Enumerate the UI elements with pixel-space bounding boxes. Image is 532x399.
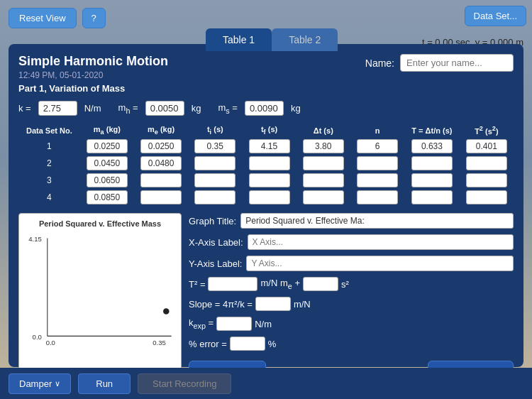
- cell-input-1-T[interactable]: [411, 156, 453, 170]
- cell-input-3-tf[interactable]: [249, 190, 290, 204]
- table-row-3-col-T2: [460, 189, 514, 206]
- cell-input-2-dt[interactable]: [303, 173, 344, 187]
- name-label: Name:: [365, 58, 394, 69]
- table-row-1-col-me: [134, 155, 188, 172]
- cell-input-0-me[interactable]: [140, 139, 182, 153]
- t2-label: T² =: [189, 279, 205, 290]
- slope-row: Slope = 4π²/k = m/N: [189, 297, 514, 311]
- bottom-section: Period Squared v. Effective Mass 4.15 0.…: [18, 213, 514, 385]
- cell-input-2-tf[interactable]: [249, 173, 290, 187]
- slope-input[interactable]: [255, 297, 291, 311]
- cell-input-0-ma[interactable]: [87, 139, 128, 153]
- cell-input-0-T[interactable]: [411, 139, 453, 153]
- col-header-me: me (kg): [134, 123, 188, 138]
- tab-table2[interactable]: Table 2: [272, 28, 338, 51]
- error-unit: %: [268, 339, 277, 349]
- svg-text:0.0: 0.0: [46, 339, 55, 346]
- cell-input-2-T[interactable]: [411, 173, 453, 187]
- cell-input-1-dt[interactable]: [303, 156, 344, 170]
- k-input[interactable]: [38, 101, 77, 116]
- y-axis-input[interactable]: [246, 256, 514, 271]
- error-row: % error = %: [189, 337, 514, 351]
- table-row-3-col-set: 4: [18, 189, 80, 206]
- cell-input-1-n[interactable]: [357, 156, 398, 170]
- cell-input-3-ma[interactable]: [87, 190, 128, 204]
- cell-input-1-ma[interactable]: [87, 156, 128, 170]
- ms-input[interactable]: [245, 101, 284, 116]
- cell-input-0-dt[interactable]: [303, 139, 344, 153]
- k-label: k =: [18, 103, 31, 114]
- cell-input-2-ma[interactable]: [87, 173, 128, 187]
- dataset-button[interactable]: Data Set...: [465, 6, 526, 26]
- name-row: Name:: [365, 54, 514, 72]
- kexp-label: kexp =: [189, 317, 214, 330]
- svg-text:0.0: 0.0: [33, 333, 42, 341]
- t2-coeff-input[interactable]: [208, 277, 257, 291]
- cell-input-3-me[interactable]: [140, 190, 182, 204]
- slope-label: Slope = 4π²/k =: [189, 299, 253, 310]
- error-input[interactable]: [230, 337, 265, 351]
- t2-unit2: s²: [341, 279, 349, 290]
- damper-button[interactable]: Damper ∨: [9, 373, 71, 394]
- kexp-unit: N/m: [255, 319, 272, 329]
- table-row-1-col-dt: [297, 155, 350, 172]
- t2-const-input[interactable]: [303, 277, 338, 291]
- cell-input-3-T2[interactable]: [466, 190, 507, 204]
- main-panel: Name: Simple Harmonic Motion 12:49 PM, 0…: [9, 44, 523, 367]
- graph-title-input[interactable]: [240, 213, 514, 229]
- table-row-0-col-dt: [297, 138, 350, 155]
- table-row-0-col-set: 1: [18, 138, 80, 155]
- table-row-1-col-ti: [188, 155, 242, 172]
- k-unit: N/m: [84, 103, 101, 114]
- reset-view-button[interactable]: Reset View: [9, 8, 77, 28]
- table-row-1-col-n: [350, 155, 404, 172]
- cell-input-0-n[interactable]: [357, 139, 398, 153]
- cell-input-0-tf[interactable]: [249, 139, 290, 153]
- table-row-1-col-T: [404, 155, 460, 172]
- kexp-input[interactable]: [216, 317, 252, 331]
- x-axis-input[interactable]: [248, 234, 514, 250]
- ms-unit: kg: [291, 103, 301, 114]
- graph-svg: 4.15 0.0 0.0 0.35: [25, 231, 175, 351]
- cell-input-2-ti[interactable]: [194, 173, 235, 187]
- table-row-2-col-ma: [80, 172, 134, 189]
- graph-display-title: Period Squared v. Effective Mass: [25, 219, 175, 228]
- col-header-n: n: [350, 123, 404, 138]
- svg-point-6: [163, 308, 169, 314]
- table-row-3-col-ti: [188, 189, 242, 206]
- cell-input-3-n[interactable]: [357, 190, 398, 204]
- graph-title-row: Graph Title:: [189, 213, 514, 229]
- svg-text:0.35: 0.35: [153, 339, 166, 346]
- cell-input-1-tf[interactable]: [249, 156, 290, 170]
- table-row-1-col-ma: [80, 155, 134, 172]
- table-row-2-col-ti: [188, 172, 242, 189]
- cell-input-1-T2[interactable]: [466, 156, 507, 170]
- start-recording-button[interactable]: Start Recording: [138, 373, 231, 394]
- tab-table1[interactable]: Table 1: [206, 28, 272, 51]
- cell-input-1-ti[interactable]: [194, 156, 235, 170]
- damper-icon: ∨: [55, 379, 60, 388]
- table-row-2-col-n: [350, 172, 404, 189]
- col-header-dt: Δt (s): [297, 123, 350, 138]
- name-input[interactable]: [400, 54, 514, 72]
- cell-input-2-n[interactable]: [357, 173, 398, 187]
- table-row-1-col-tf: [242, 155, 296, 172]
- help-button[interactable]: ?: [82, 8, 106, 28]
- mh-input[interactable]: [145, 101, 184, 116]
- cell-input-0-ti[interactable]: [194, 139, 235, 153]
- cell-input-0-T2[interactable]: [466, 139, 507, 153]
- run-button[interactable]: Run: [78, 373, 131, 394]
- cell-input-2-me[interactable]: [140, 173, 182, 187]
- table-row-0-col-ti: [188, 138, 242, 155]
- table-row-3-col-tf: [242, 189, 296, 206]
- damper-label: Damper: [19, 378, 52, 389]
- cell-input-1-me[interactable]: [140, 156, 182, 170]
- table-row-1-col-T2: [460, 155, 514, 172]
- cell-input-3-dt[interactable]: [303, 190, 344, 204]
- cell-input-2-T2[interactable]: [466, 173, 507, 187]
- y-axis-row: Y-Axis Label:: [189, 256, 514, 271]
- table-row-0-col-n: [350, 138, 404, 155]
- cell-input-3-ti[interactable]: [194, 190, 235, 204]
- table-row-2-col-tf: [242, 172, 296, 189]
- cell-input-3-T[interactable]: [411, 190, 453, 204]
